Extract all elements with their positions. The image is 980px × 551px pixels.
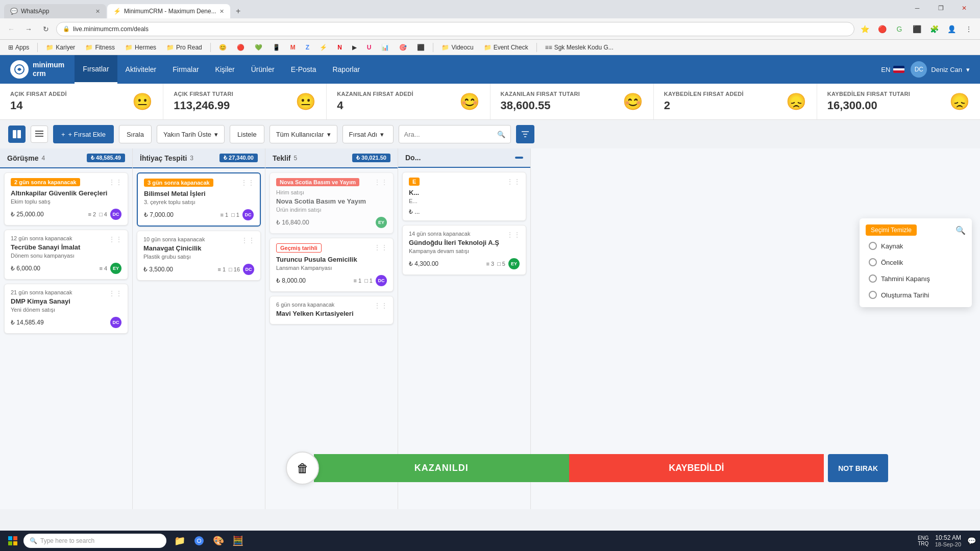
nav-aktiviteler[interactable]: Aktiviteler [117, 55, 165, 84]
bookmark-u[interactable]: U [363, 43, 376, 52]
new-tab-button[interactable]: + [231, 4, 246, 18]
card-subtitle-c5: Plastik grubu satışı [143, 254, 254, 260]
bookmark-z[interactable]: Z [302, 43, 313, 52]
address-bar[interactable]: 🔒 live.minimumcrm.com/deals [56, 22, 854, 36]
filter-clear-button[interactable]: Seçimi Temizle [866, 224, 917, 236]
chrome-button[interactable]: G [892, 22, 906, 36]
filter-search-icon[interactable]: 🔍 [955, 226, 966, 235]
bookmark-emoji1[interactable]: 😊 [215, 43, 231, 52]
bookmark-emoji3[interactable]: 💚 [251, 43, 266, 52]
sort-button[interactable]: Sırala [119, 125, 152, 143]
col-teklif-title: Teklif [273, 154, 291, 162]
taskbar-search[interactable]: 🔍 Type here to search [23, 534, 166, 548]
bookmark-fitness[interactable]: 📁 Fitness [81, 43, 119, 52]
bookmark-star-button[interactable]: ⭐ [857, 22, 872, 36]
browser-titlebar: 💬 WhatsApp ✕ ⚡ MinimumCRM - Maximum Dene… [0, 0, 980, 18]
svg-point-15 [198, 539, 201, 542]
sort-order-select[interactable]: Yakın Tarih Üste ▾ [157, 125, 225, 143]
user-menu[interactable]: DC Deniz Can ▾ [911, 61, 970, 78]
search-icon: 🔍 [497, 131, 505, 138]
taskbar-app-calculator[interactable]: 🧮 [229, 532, 247, 550]
back-button[interactable]: ← [4, 22, 18, 36]
taskbar-app-paintbrush[interactable]: 🎨 [209, 532, 228, 550]
win-button[interactable]: KAZANILDI [314, 454, 569, 482]
folder-icon-2: 📁 [85, 44, 93, 51]
search-input[interactable] [404, 131, 494, 138]
language-selector[interactable]: EN [881, 66, 904, 73]
filter-option-kaynak[interactable]: Kaynak [864, 238, 968, 254]
filter-option-tahmini[interactable]: Tahmini Kapanış [864, 270, 968, 287]
deal-card-c9[interactable]: ⋮⋮ E K... E... ₺ ... [402, 172, 526, 221]
field-select[interactable]: Fırsat Adı ▾ [342, 125, 394, 143]
bookmark-gmail[interactable]: M [286, 43, 300, 52]
bookmark-netflix[interactable]: N [333, 43, 346, 52]
filter-option-oncelik[interactable]: Öncelik [864, 254, 968, 270]
forward-button[interactable]: → [21, 22, 36, 36]
kanban-view-button[interactable] [8, 126, 26, 143]
deal-card-c5[interactable]: ⋮⋮ 10 gün sonra kapanacak Manavgat Çinic… [137, 231, 261, 281]
add-deal-button[interactable]: + + Fırsat Ekle [53, 125, 114, 143]
fitness-label: Fitness [95, 44, 115, 51]
extension2-button[interactable]: ⬛ [910, 22, 924, 36]
bookmark-eventcheck[interactable]: 📁 Event Check [480, 43, 532, 52]
lose-button[interactable]: KAYBEDİLDİ [569, 454, 824, 482]
bookmark-youtube[interactable]: ▶ [348, 43, 361, 52]
note-button[interactable]: NOT BIRAK [828, 454, 888, 482]
close-button[interactable]: ✕ [952, 0, 976, 16]
deal-card-c1[interactable]: ⋮⋮ 2 gün sonra kapanacak Altınkapilar Gü… [4, 172, 128, 226]
bookmark-kariyer[interactable]: 📁 Kariyer [42, 43, 79, 52]
deal-card-c3[interactable]: ⋮⋮ 21 gün sonra kapanacak DMP Kimya Sana… [4, 284, 128, 334]
stat-value-3: 38,600.55 [501, 99, 580, 112]
taskbar-app-chrome[interactable] [190, 532, 208, 550]
nav-urunler[interactable]: Ürünler [243, 55, 283, 84]
browser-extensions-button[interactable]: 🔴 [875, 22, 889, 36]
bookmark-proread[interactable]: 📁 Pro Read [162, 43, 206, 52]
menu-button[interactable]: ⋮ [962, 22, 976, 36]
search-box[interactable]: 🔍 [399, 125, 511, 143]
trash-button[interactable]: 🗑 [286, 452, 319, 485]
extensions-button[interactable]: 🧩 [927, 22, 941, 36]
deal-card-c6[interactable]: ⋮⋮ Nova Scotia Basım ve Yayım Hirim satı… [270, 172, 394, 234]
crm-tab-close[interactable]: ✕ [219, 8, 224, 15]
taskbar-app-explorer[interactable]: 📁 [170, 532, 189, 550]
deal-card-c10[interactable]: ⋮⋮ 14 gün sonra kapanacak Gündoğdu İleri… [402, 225, 526, 275]
user-avatar: DC [911, 61, 927, 78]
deal-card-c4[interactable]: ⋮⋮ 3 gün sonra kapanacak Bilimsel Metal … [137, 172, 261, 227]
bookmark-target[interactable]: 🎯 [395, 43, 411, 52]
bookmark-hermes[interactable]: 📁 Hermes [121, 43, 160, 52]
bookmark-chart[interactable]: 📊 [377, 43, 393, 52]
nav-firsatlar[interactable]: Fırsatlar [75, 55, 117, 84]
deal-card-c8[interactable]: ⋮⋮ 6 gün sonra kapanacak Mavi Yelken Kır… [270, 296, 394, 324]
refresh-button[interactable]: ↻ [39, 22, 53, 36]
bookmark-emoji2[interactable]: 🔴 [233, 43, 249, 52]
list-button[interactable]: Listele [230, 125, 264, 143]
bookmark-apps[interactable]: ⊞ Apps [4, 43, 33, 52]
card-title-c7: Turuncu Pusula Gemicilik [276, 256, 387, 263]
users-select[interactable]: Tüm Kullanıcılar ▾ [270, 125, 337, 143]
nav-eposta[interactable]: E-Posta [283, 55, 325, 84]
minimize-button[interactable]: ─ [905, 0, 929, 16]
card-tag-c1: 2 gün sonra kapanacak [11, 178, 80, 186]
tab-whatsapp[interactable]: 💬 WhatsApp ✕ [4, 4, 106, 18]
bookmark-sgk[interactable]: ≡≡ Sgk Meslek Kodu G... [541, 43, 618, 52]
filter-option-olusturma[interactable]: Oluşturma Tarihi [864, 287, 968, 303]
apps-icon: ⊞ [8, 44, 13, 51]
tab-crm[interactable]: ⚡ MinimumCRM - Maximum Dene... ✕ [107, 4, 230, 18]
profile-button[interactable]: 👤 [944, 22, 959, 36]
filter-button[interactable] [516, 125, 534, 143]
nav-firmalar[interactable]: Firmalar [164, 55, 207, 84]
deal-card-c2[interactable]: ⋮⋮ 12 gün sonra kapanacak Tecrübe Sanayi… [4, 230, 128, 280]
nav-kisiler[interactable]: Kişiler [207, 55, 243, 84]
start-button[interactable] [4, 532, 21, 549]
bookmark-square[interactable]: ⬛ [413, 43, 429, 52]
nav-raporlar[interactable]: Raporlar [324, 55, 368, 84]
browser-toolbar-right: ⭐ 🔴 G ⬛ 🧩 👤 ⋮ [857, 22, 976, 36]
taskbar-notification[interactable]: 💬 [967, 537, 976, 545]
bookmark-videocu[interactable]: 📁 Videocu [437, 43, 477, 52]
whatsapp-tab-close[interactable]: ✕ [95, 8, 100, 15]
deal-card-c7[interactable]: ⋮⋮ Geçmiş tarihli Turuncu Pusula Gemicil… [270, 238, 394, 292]
bookmark-whatsapp[interactable]: 📱 [268, 43, 284, 52]
maximize-button[interactable]: ❐ [929, 0, 952, 16]
bookmark-bolt[interactable]: ⚡ [315, 43, 331, 52]
list-view-button[interactable] [31, 126, 48, 143]
